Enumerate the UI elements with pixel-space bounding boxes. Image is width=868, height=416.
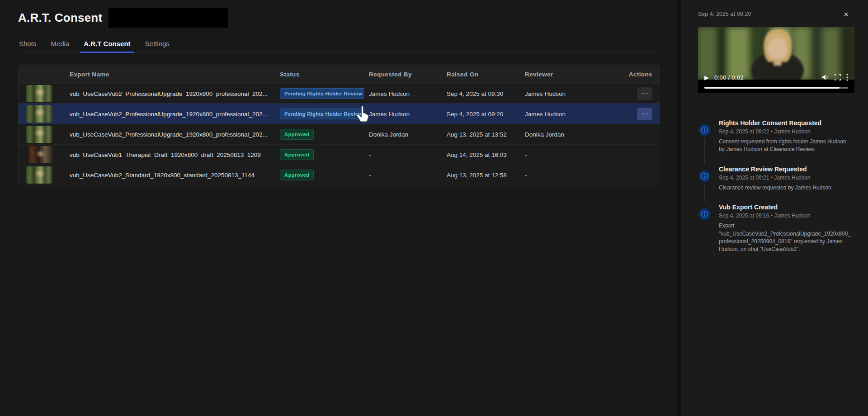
app-window: A.R.T. Consent Shots Media A.R.T Consent… bbox=[0, 0, 868, 416]
table-body: vub_UseCaseVub2_ProfessionalUpgrade_1920… bbox=[19, 83, 660, 185]
header-requested-by: Requested By bbox=[364, 71, 442, 78]
status-badge: Approved bbox=[280, 129, 314, 140]
raised-on: Aug 14, 2025 at 16:03 bbox=[442, 151, 520, 158]
header-export-name: Export Name bbox=[65, 71, 275, 78]
close-icon: × bbox=[844, 9, 849, 19]
table-header: Export Name Status Requested By Raised O… bbox=[19, 65, 660, 83]
reviewer: James Hudson bbox=[520, 111, 620, 118]
status-badge: Pending Rights Holder Review bbox=[280, 109, 364, 119]
status-badge: Approved bbox=[280, 170, 314, 180]
table-row[interactable]: vub_UseCaseVub2_ProfessionalUpgrade_1920… bbox=[19, 124, 660, 144]
event-timeline: Rights Holder Consent Requested Sep 4, 2… bbox=[698, 119, 851, 265]
timeline-event: Rights Holder Consent Requested Sep 4, 2… bbox=[698, 119, 851, 165]
header-actions: Actions bbox=[620, 71, 660, 78]
video-thumbnail bbox=[26, 85, 52, 102]
timeline-event: Vub Export Created Sep 4, 2025 at 09:16 … bbox=[698, 203, 851, 265]
requested-by: James Hudson bbox=[364, 111, 442, 118]
fullscreen-icon bbox=[835, 74, 841, 80]
reviewer: Donika Jordan bbox=[520, 131, 620, 138]
header-reviewer: Reviewer bbox=[520, 71, 620, 78]
play-button[interactable]: ▶ bbox=[704, 74, 709, 81]
info-icon bbox=[698, 208, 711, 220]
event-title: Clearance Review Requested bbox=[719, 165, 833, 173]
close-panel-button[interactable]: × bbox=[841, 9, 851, 19]
status-badge: Approved bbox=[280, 149, 314, 160]
raised-on: Sep 4, 2025 at 09:20 bbox=[442, 111, 520, 118]
video-progress-bar[interactable] bbox=[704, 87, 848, 89]
video-player[interactable]: ▶ 0:00 / 0:02 bbox=[698, 27, 854, 93]
detail-panel: Sep 4, 2025 at 09:20 × bbox=[678, 0, 868, 416]
video-progress-buffer bbox=[704, 87, 840, 89]
requested-by: - bbox=[364, 151, 442, 158]
volume-button[interactable] bbox=[822, 74, 829, 80]
table-row[interactable]: vub_UseCaseVub2_Standard_1920x800_standa… bbox=[19, 165, 660, 185]
event-meta: Sep 4, 2025 at 09:21 • James Hudson bbox=[719, 175, 833, 181]
info-icon bbox=[698, 124, 711, 136]
tab-shots[interactable]: Shots bbox=[18, 36, 37, 52]
event-description: Consent requested from rights holder Jam… bbox=[719, 138, 851, 154]
timeline-event: Clearance Review Requested Sep 4, 2025 a… bbox=[698, 165, 851, 203]
export-name: vub_UseCaseVub2_ProfessionalUpgrade_1920… bbox=[65, 90, 275, 97]
page-title: A.R.T. Consent bbox=[18, 11, 102, 25]
event-meta: Sep 4, 2025 at 09:22 • James Hudson bbox=[719, 128, 851, 135]
row-actions-button[interactable]: ⋯ bbox=[637, 108, 652, 120]
row-actions-button[interactable]: ⋯ bbox=[637, 87, 652, 100]
panel-timestamp: Sep 4, 2025 at 09:20 bbox=[698, 11, 751, 17]
timeline-connector bbox=[704, 222, 705, 264]
volume-icon bbox=[822, 74, 829, 80]
status-badge: Pending Rights Holder Review bbox=[280, 88, 364, 99]
raised-on: Aug 13, 2025 at 13:52 bbox=[442, 131, 520, 138]
title-row: A.R.T. Consent bbox=[18, 7, 660, 28]
video-thumbnail bbox=[26, 105, 52, 123]
consent-table: Export Name Status Requested By Raised O… bbox=[18, 65, 660, 185]
requested-by: Donika Jordan bbox=[364, 131, 442, 138]
export-name: vub_UseCaseVub2_Standard_1920x800_standa… bbox=[65, 172, 275, 179]
info-icon bbox=[698, 170, 711, 182]
event-meta: Sep 4, 2025 at 09:16 • James Hudson bbox=[719, 213, 851, 219]
timeline-connector bbox=[704, 138, 705, 164]
fullscreen-button[interactable] bbox=[835, 74, 841, 80]
requested-by: - bbox=[364, 172, 442, 179]
video-time: 0:00 / 0:02 bbox=[714, 74, 744, 81]
export-name: vub_UseCaseVub2_ProfessionalUpgrade_1920… bbox=[65, 131, 275, 138]
panel-header: Sep 4, 2025 at 09:20 × bbox=[698, 9, 851, 19]
video-menu-button[interactable] bbox=[846, 74, 848, 81]
header-raised-on: Raised On bbox=[442, 71, 520, 78]
redacted-box bbox=[108, 8, 228, 28]
requested-by: James Hudson bbox=[364, 90, 442, 97]
event-description: Export "vub_UseCaseVub2_ProfessionalUpgr… bbox=[719, 222, 851, 254]
table-row[interactable]: vub_UseCaseVub1_Therapist_Draft_1920x800… bbox=[19, 144, 660, 165]
main-content: A.R.T. Consent Shots Media A.R.T Consent… bbox=[0, 0, 678, 416]
raised-on: Aug 13, 2025 at 12:58 bbox=[442, 172, 520, 179]
reviewer: - bbox=[520, 172, 620, 179]
video-thumbnail bbox=[26, 166, 52, 184]
export-name: vub_UseCaseVub2_ProfessionalUpgrade_1920… bbox=[65, 111, 275, 118]
event-title: Rights Holder Consent Requested bbox=[719, 119, 851, 127]
kebab-icon bbox=[846, 74, 848, 81]
timeline-connector bbox=[704, 184, 705, 202]
event-title: Vub Export Created bbox=[719, 203, 851, 211]
tab-media[interactable]: Media bbox=[50, 36, 70, 52]
raised-on: Sep 4, 2025 at 09:30 bbox=[442, 90, 520, 97]
tab-art-consent[interactable]: A.R.T Consent bbox=[83, 36, 131, 52]
table-row-selected[interactable]: vub_UseCaseVub2_ProfessionalUpgrade_1920… bbox=[19, 104, 660, 124]
tab-settings[interactable]: Settings bbox=[144, 36, 170, 52]
video-controls: ▶ 0:00 / 0:02 bbox=[698, 71, 854, 83]
tab-bar: Shots Media A.R.T Consent Settings bbox=[18, 36, 660, 53]
play-icon: ▶ bbox=[704, 74, 709, 81]
event-description: Clearance review requested by James Huds… bbox=[719, 184, 833, 192]
more-icon: ⋯ bbox=[641, 90, 648, 97]
export-name: vub_UseCaseVub1_Therapist_Draft_1920x800… bbox=[65, 151, 275, 158]
reviewer: James Hudson bbox=[520, 90, 620, 97]
table-row[interactable]: vub_UseCaseVub2_ProfessionalUpgrade_1920… bbox=[19, 83, 660, 104]
video-thumbnail bbox=[26, 146, 52, 163]
header-status: Status bbox=[275, 71, 364, 78]
video-thumbnail bbox=[26, 126, 52, 143]
more-icon: ⋯ bbox=[641, 110, 648, 118]
reviewer: - bbox=[520, 151, 620, 158]
